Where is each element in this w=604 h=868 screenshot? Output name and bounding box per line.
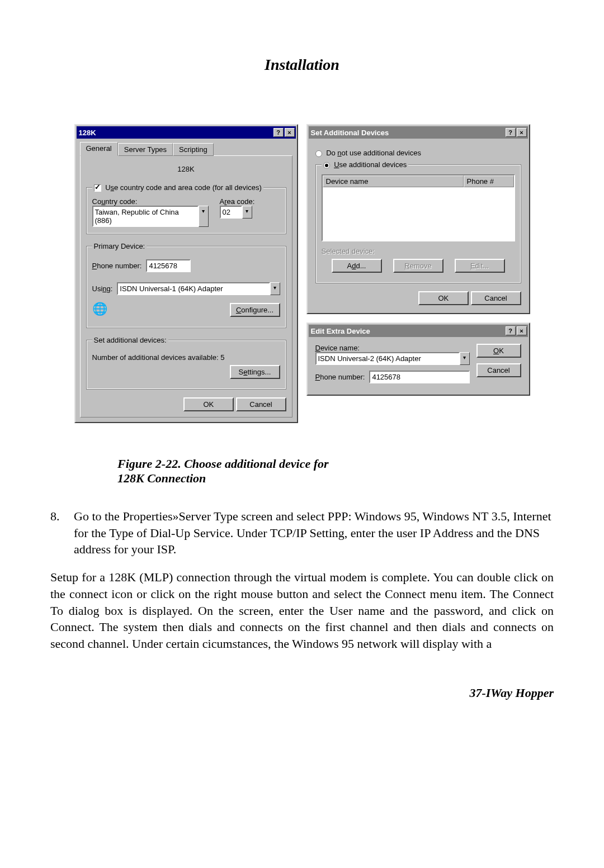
titlebar-128k[interactable]: 128K ? × [77,126,296,139]
step-text: Go to the Properties»Server Type screen … [74,508,554,558]
tab-general[interactable]: General [80,142,118,156]
help-icon[interactable]: ? [506,128,516,137]
page-footer: 37-IWay Hopper [50,686,554,700]
radio-use-additional[interactable] [323,162,330,169]
chevron-down-icon[interactable] [242,206,252,219]
device-listbox[interactable]: Device name Phone # [322,174,515,241]
step-number: 8. [50,508,74,558]
settings-button[interactable]: Settings... [230,365,280,379]
set-additional-group: Set additional devices: Number of additi… [86,336,286,390]
remove-button: Remove [393,259,443,273]
area-code-label: Area code: [220,197,255,206]
col-phone[interactable]: Phone # [464,176,514,187]
paragraph: Setup for a 128K (MLP) connection throug… [50,569,554,652]
additional-count-text: Number of additional devices available: … [92,353,280,362]
primary-device-legend: Primary Device: [92,242,147,250]
chevron-down-icon[interactable] [270,282,280,295]
globe-icon: 🌐 [92,302,110,317]
phone-number-input[interactable]: 4125678 [146,259,191,272]
ok-button[interactable]: OK [183,397,234,411]
set-additional-legend: Set additional devices: [92,336,168,344]
phone-number-label: Phone number: [315,373,365,381]
phone-number-input[interactable]: 4125678 [369,371,469,383]
add-button[interactable]: Add... [332,259,382,273]
close-icon[interactable]: × [517,128,527,137]
using-label: Using: [92,284,113,293]
dialog-edit-extra: Edit Extra Device ? × Device name: ISDN … [306,322,530,396]
titlebar-set-additional[interactable]: Set Additional Devices ? × [309,126,528,139]
cancel-button[interactable]: Cancel [471,291,521,305]
configure-button[interactable]: Configure... [230,303,280,317]
device-name-label: Device name: [315,344,470,352]
dialog-set-additional: Set Additional Devices ? × Do not use ad… [306,124,530,314]
figure-caption: Figure 2-22. Choose additional device fo… [117,457,487,486]
tab-scripting[interactable]: Scripting [173,143,214,156]
chevron-down-icon[interactable] [460,352,470,365]
help-icon[interactable]: ? [273,128,284,137]
country-area-group: Use country code and area code (for all … [86,183,286,234]
using-select[interactable]: ISDN Universal-1 (64K) Adapter [117,282,270,295]
ok-button[interactable]: OK [418,291,469,305]
country-code-select[interactable]: Taiwan, Republic of China (886) [92,206,199,227]
radio-no-label: Do not use additional devices [326,149,421,157]
body-text: 8. Go to the Properties»Server Type scre… [50,508,554,652]
page-title: Installation [50,56,554,74]
cancel-button[interactable]: Cancel [476,363,521,377]
close-icon[interactable]: × [285,128,295,137]
device-name-select[interactable]: ISDN Universal-2 (64K) Adapter [315,352,460,365]
help-icon[interactable]: ? [506,326,516,335]
use-country-checkbox[interactable] [94,184,101,192]
tab-server-types[interactable]: Server Types [118,143,173,156]
selected-device-label: Selected device: [322,247,515,255]
title-text: Edit Extra Device [311,327,506,335]
radio-no-additional[interactable] [315,150,322,157]
titlebar-edit-extra[interactable]: Edit Extra Device ? × [309,325,528,337]
close-icon[interactable]: × [517,326,527,335]
title-text: Set Additional Devices [311,129,506,137]
connection-name: 128K [86,165,286,173]
tabstrip: General Server Types Scripting [80,142,292,156]
tab-panel-general: 128K Use country code and area code (for… [80,155,292,418]
figure-area: 128K ? × General Server Types Scripting … [50,124,554,423]
radio-use-label: Use additional devices [334,160,407,169]
country-code-label: Country code: [92,197,209,206]
use-additional-group: Use additional devices Device name Phone… [315,160,521,283]
title-text: 128K [79,129,273,137]
primary-device-group: Primary Device: Phone number: 4125678 Us… [86,242,286,328]
dialog-128k: 128K ? × General Server Types Scripting … [74,124,298,423]
col-device-name[interactable]: Device name [323,176,464,187]
step-8: 8. Go to the Properties»Server Type scre… [50,508,554,558]
cancel-button[interactable]: Cancel [236,397,286,411]
phone-number-label: Phone number: [92,262,142,270]
area-code-select[interactable]: 02 [220,206,242,219]
chevron-down-icon[interactable] [199,206,209,227]
ok-button[interactable]: OK [476,344,521,358]
edit-button: Edit... [455,259,505,273]
